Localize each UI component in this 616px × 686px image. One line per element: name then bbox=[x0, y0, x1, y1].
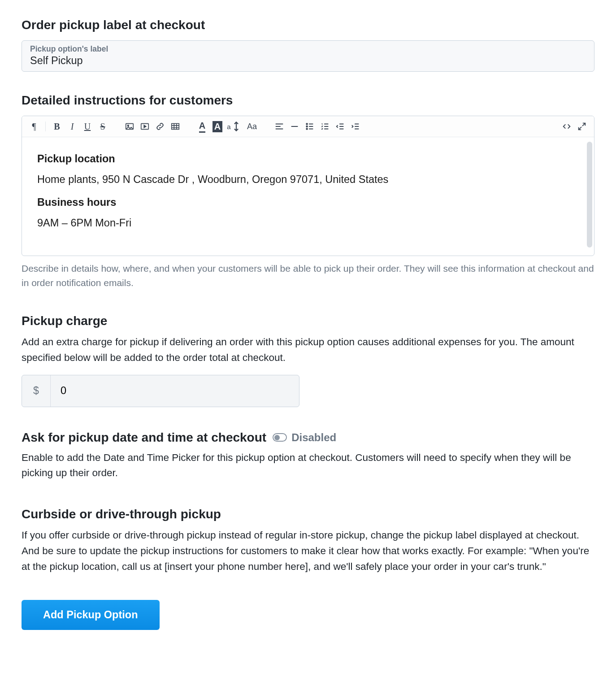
link-icon[interactable] bbox=[152, 120, 168, 133]
editor-toolbar: ¶ B I U S A A a Aa bbox=[22, 116, 594, 137]
instructions-editor: ¶ B I U S A A a Aa bbox=[22, 116, 594, 256]
svg-point-6 bbox=[306, 128, 308, 130]
video-icon[interactable] bbox=[137, 120, 152, 133]
section-title-pickup-label: Order pickup label at checkout bbox=[22, 18, 594, 32]
svg-point-4 bbox=[306, 123, 308, 125]
editor-line: Business hours bbox=[37, 194, 579, 210]
pickup-label-input[interactable] bbox=[30, 54, 586, 67]
font-size-icon[interactable]: a bbox=[225, 120, 243, 133]
toggle-state-label: Disabled bbox=[291, 431, 336, 444]
align-icon[interactable] bbox=[272, 120, 287, 133]
paragraph-icon[interactable]: ¶ bbox=[26, 120, 42, 133]
section-title-charge: Pickup charge bbox=[22, 314, 594, 328]
strike-icon[interactable]: S bbox=[95, 120, 110, 133]
text-color-icon[interactable]: A bbox=[195, 120, 210, 133]
bullet-list-icon[interactable] bbox=[302, 120, 317, 133]
currency-symbol: $ bbox=[22, 375, 51, 407]
pickup-charge-input[interactable] bbox=[51, 375, 299, 407]
editor-line: 9AM – 6PM Mon-Fri bbox=[37, 215, 579, 231]
charge-help: Add an extra charge for pickup if delive… bbox=[22, 334, 594, 366]
svg-point-5 bbox=[306, 126, 308, 127]
editor-line: Pickup location bbox=[37, 151, 579, 167]
svg-point-1 bbox=[127, 125, 129, 126]
code-view-icon[interactable] bbox=[559, 120, 574, 133]
horizontal-rule-icon[interactable] bbox=[287, 120, 302, 133]
underline-icon[interactable]: U bbox=[80, 120, 95, 133]
datetime-help: Enable to add the Date and Time Picker f… bbox=[22, 450, 594, 482]
table-icon[interactable] bbox=[168, 120, 183, 133]
pickup-label-caption: Pickup option's label bbox=[30, 44, 586, 54]
datetime-toggle[interactable]: Disabled bbox=[273, 431, 336, 444]
indent-icon[interactable] bbox=[348, 120, 363, 133]
add-pickup-option-button[interactable]: Add Pickup Option bbox=[22, 600, 160, 630]
numbered-list-icon[interactable] bbox=[317, 120, 333, 133]
outdent-icon[interactable] bbox=[333, 120, 348, 133]
toggle-knob bbox=[274, 435, 280, 440]
image-icon[interactable] bbox=[122, 120, 137, 133]
section-title-instructions: Detailed instructions for customers bbox=[22, 93, 594, 108]
italic-icon[interactable]: I bbox=[65, 120, 80, 133]
curbside-help: If you offer curbside or drive-through p… bbox=[22, 528, 594, 575]
text-case-icon[interactable]: Aa bbox=[243, 120, 261, 133]
pickup-charge-field[interactable]: $ bbox=[22, 375, 299, 407]
highlight-color-icon[interactable]: A bbox=[210, 120, 225, 133]
editor-scrollbar[interactable] bbox=[587, 142, 592, 247]
bold-icon[interactable]: B bbox=[49, 120, 65, 133]
section-title-datetime: Ask for pickup date and time at checkout bbox=[22, 430, 266, 445]
editor-content[interactable]: Pickup location Home plants, 950 N Casca… bbox=[22, 137, 594, 256]
toggle-track[interactable] bbox=[273, 433, 287, 442]
editor-line: Home plants, 950 N Cascade Dr , Woodburn… bbox=[37, 171, 579, 187]
svg-rect-3 bbox=[172, 124, 179, 130]
section-title-curbside: Curbside or drive-through pickup bbox=[22, 507, 594, 521]
fullscreen-icon[interactable] bbox=[574, 120, 590, 133]
instructions-help: Describe in details how, where, and when… bbox=[22, 261, 594, 291]
pickup-label-field[interactable]: Pickup option's label bbox=[22, 40, 594, 72]
